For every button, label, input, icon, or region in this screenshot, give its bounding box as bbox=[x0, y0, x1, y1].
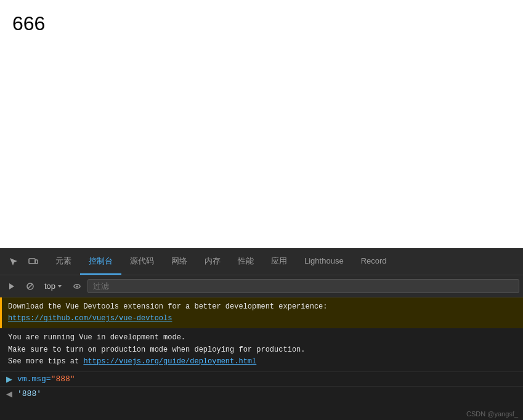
warning-text-line1: Download the Vue Devtools extension for … bbox=[8, 301, 517, 313]
info-line2: Make sure to turn on production mode whe… bbox=[8, 344, 517, 356]
devtools-toolbar2: top bbox=[0, 275, 523, 297]
command-vm: vm.msg= bbox=[17, 374, 51, 384]
command-arrow-icon: ▶ bbox=[6, 374, 12, 384]
svg-rect-0 bbox=[29, 259, 35, 264]
devtools-tabbar: 元素 控制台 源代码 网络 内存 性能 应用 Lighthouse Record bbox=[0, 248, 523, 275]
console-result-line: ◀ '888' bbox=[0, 387, 523, 401]
result-arrow-icon: ◀ bbox=[6, 389, 12, 398]
command-value: "888" bbox=[51, 374, 75, 384]
play-icon[interactable] bbox=[4, 278, 20, 294]
devtools-icon-group bbox=[0, 253, 47, 270]
svg-rect-1 bbox=[35, 260, 38, 264]
tab-memory[interactable]: 内存 bbox=[196, 248, 229, 275]
svg-point-7 bbox=[76, 285, 78, 287]
svg-line-4 bbox=[28, 284, 33, 289]
tab-record[interactable]: Record bbox=[352, 248, 395, 275]
console-output: Download the Vue Devtools extension for … bbox=[0, 297, 523, 420]
page-content: 666 bbox=[0, 0, 523, 248]
svg-marker-2 bbox=[9, 283, 14, 289]
command-text: vm.msg="888" bbox=[17, 374, 75, 384]
devtools-tabs: 元素 控制台 源代码 网络 内存 性能 应用 Lighthouse Record bbox=[47, 248, 523, 275]
tab-sources[interactable]: 源代码 bbox=[121, 248, 163, 275]
info-message: You are running Vue in development mode.… bbox=[0, 328, 523, 372]
warning-link[interactable]: https://github.com/vuejs/vue-devtools bbox=[8, 314, 172, 323]
block-icon[interactable] bbox=[22, 278, 38, 294]
tab-network[interactable]: 网络 bbox=[163, 248, 196, 275]
tab-elements[interactable]: 元素 bbox=[47, 248, 80, 275]
info-text-before: See more tips at bbox=[8, 357, 83, 366]
tab-lighthouse[interactable]: Lighthouse bbox=[296, 248, 352, 275]
tab-performance[interactable]: 性能 bbox=[229, 248, 262, 275]
info-link[interactable]: https://vuejs.org/guide/deployment.html bbox=[83, 357, 256, 366]
page-number: 666 bbox=[12, 12, 45, 35]
svg-marker-5 bbox=[58, 285, 62, 288]
tab-application[interactable]: 应用 bbox=[262, 248, 296, 275]
result-value: '888' bbox=[17, 389, 41, 398]
tab-console[interactable]: 控制台 bbox=[80, 248, 121, 275]
context-label: top bbox=[44, 281, 55, 291]
console-command-line: ▶ vm.msg="888" bbox=[0, 372, 523, 387]
warning-message: Download the Vue Devtools extension for … bbox=[0, 297, 523, 328]
devtools-panel: 元素 控制台 源代码 网络 内存 性能 应用 Lighthouse Record… bbox=[0, 248, 523, 420]
device-toggle-icon[interactable] bbox=[25, 253, 42, 270]
info-line1: You are running Vue in development mode. bbox=[8, 332, 517, 344]
filter-input[interactable] bbox=[87, 279, 519, 293]
info-line3: See more tips at https://vuejs.org/guide… bbox=[8, 356, 517, 368]
cursor-icon[interactable] bbox=[5, 253, 22, 270]
watermark: CSDN @yangsf_ bbox=[466, 410, 518, 418]
eye-icon[interactable] bbox=[69, 278, 85, 294]
context-selector[interactable]: top bbox=[41, 280, 67, 292]
